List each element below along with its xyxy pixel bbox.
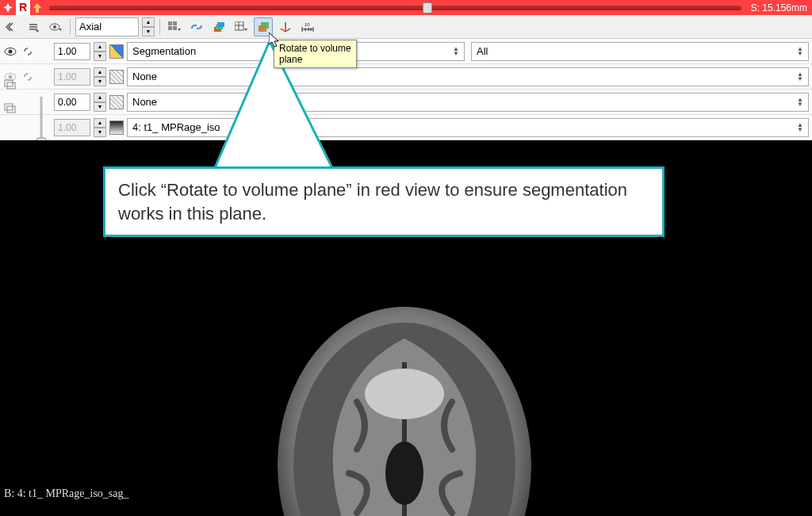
fg-layer-value: None bbox=[132, 71, 157, 82]
eye-icon[interactable] bbox=[3, 44, 17, 59]
opacity-spinner[interactable]: ▲▼ bbox=[94, 93, 106, 112]
svg-text:10: 10 bbox=[304, 22, 310, 27]
bg-lut-icon[interactable] bbox=[109, 95, 124, 109]
layout-grid-icon[interactable] bbox=[165, 17, 184, 36]
slice-slider-thumb[interactable] bbox=[423, 2, 432, 13]
controls-panel: Axial ▲▼ 10 1.00 ▲▼ bbox=[0, 15, 812, 140]
view-letter-label: R bbox=[16, 0, 30, 15]
slice-slider-bar: R S: 15.156mm bbox=[0, 0, 812, 15]
callout-text: Click “Rotate to volume plane” in red vi… bbox=[118, 180, 627, 224]
reformat-dropdown-icon[interactable] bbox=[232, 17, 251, 36]
background-layer-row: 0.00 ▲▼ None ▲▼ bbox=[0, 90, 812, 115]
svg-rect-19 bbox=[5, 104, 13, 110]
opacity-spinner[interactable]: ▲▼ bbox=[94, 42, 106, 61]
label-secondary-value: All bbox=[477, 45, 488, 57]
toolbar-separator bbox=[70, 19, 71, 35]
foreground-layer-row: 1.00 ▲▼ None ▲▼ bbox=[0, 64, 812, 90]
vol-opacity-input[interactable]: 1.00 bbox=[54, 119, 90, 136]
brain-mri-image bbox=[262, 291, 547, 516]
svg-point-26 bbox=[365, 369, 444, 419]
dropdown-menu-icon[interactable] bbox=[24, 17, 43, 36]
layers-stack-icon[interactable] bbox=[209, 17, 228, 36]
label-secondary-select[interactable]: All ▲▼ bbox=[471, 42, 809, 61]
svg-point-25 bbox=[385, 441, 423, 505]
rotate-tooltip: Rotate to volume plane bbox=[274, 40, 357, 68]
link-views-icon[interactable] bbox=[187, 17, 206, 36]
volume-layer-row: 1.00 ▲▼ 4: t1_ MPRage_iso ▲▼ bbox=[0, 115, 812, 140]
svg-rect-18 bbox=[7, 82, 15, 89]
slice-slider-track[interactable] bbox=[49, 6, 741, 10]
svg-rect-3 bbox=[173, 21, 177, 25]
side-icon-stack bbox=[3, 78, 17, 116]
collapse-button[interactable] bbox=[2, 17, 21, 36]
visibility-dropdown-icon[interactable] bbox=[46, 17, 65, 36]
svg-rect-2 bbox=[168, 21, 172, 25]
label-layer-row: 1.00 ▲▼ Segmentation ▲▼ All ▲▼ bbox=[0, 39, 812, 64]
svg-rect-4 bbox=[168, 26, 172, 30]
vol-lut-icon[interactable] bbox=[109, 120, 124, 135]
viewer-overlay-label: B: 4: t1_ MPRage_iso_sag_ bbox=[4, 487, 129, 500]
svg-rect-5 bbox=[173, 26, 177, 30]
axes-icon[interactable] bbox=[276, 17, 295, 36]
svg-rect-17 bbox=[5, 80, 13, 86]
bg-layer-value: None bbox=[132, 96, 157, 108]
svg-point-1 bbox=[53, 25, 56, 29]
vol-layer-value: 4: t1_ MPRage_iso bbox=[132, 121, 220, 133]
instruction-callout: Click “Rotate to volume plane” in red vi… bbox=[103, 166, 665, 237]
svg-rect-11 bbox=[261, 22, 269, 29]
orientation-value: Axial bbox=[79, 21, 102, 32]
label-layer-value: Segmentation bbox=[132, 45, 196, 57]
slice-position-label: S: 15.156mm bbox=[746, 2, 812, 13]
stack-icon[interactable] bbox=[3, 78, 17, 92]
fg-layer-select[interactable]: None ▲▼ bbox=[127, 67, 809, 86]
chain-link-icon[interactable] bbox=[21, 44, 35, 59]
rotate-to-volume-plane-button[interactable] bbox=[254, 17, 273, 36]
toolbar-separator bbox=[159, 19, 160, 35]
bg-opacity-input[interactable]: 0.00 bbox=[54, 94, 90, 111]
svg-rect-20 bbox=[7, 106, 15, 113]
vol-layer-select[interactable]: 4: t1_ MPRage_iso ▲▼ bbox=[127, 118, 809, 137]
svg-point-14 bbox=[9, 49, 13, 53]
ruler-spacing-icon[interactable]: 10 bbox=[298, 17, 317, 36]
label-opacity-input[interactable]: 1.00 bbox=[54, 43, 90, 60]
toolbar: Axial ▲▼ 10 bbox=[0, 15, 812, 39]
opacity-spinner[interactable]: ▲▼ bbox=[94, 67, 106, 86]
svg-rect-8 bbox=[217, 22, 224, 27]
fg-opacity-input[interactable]: 1.00 bbox=[54, 68, 90, 86]
label-lut-icon[interactable] bbox=[109, 44, 124, 59]
chain-link-icon[interactable] bbox=[21, 70, 35, 84]
stack-icon-2[interactable] bbox=[3, 101, 17, 116]
anterior-icon[interactable] bbox=[30, 0, 44, 15]
pin-icon[interactable] bbox=[0, 0, 16, 15]
orientation-spinner[interactable]: ▲▼ bbox=[142, 17, 155, 36]
bg-layer-select[interactable]: None ▲▼ bbox=[127, 93, 809, 112]
orientation-select[interactable]: Axial bbox=[75, 17, 139, 36]
fg-lut-icon[interactable] bbox=[109, 70, 124, 84]
opacity-spinner[interactable]: ▲▼ bbox=[94, 118, 106, 137]
